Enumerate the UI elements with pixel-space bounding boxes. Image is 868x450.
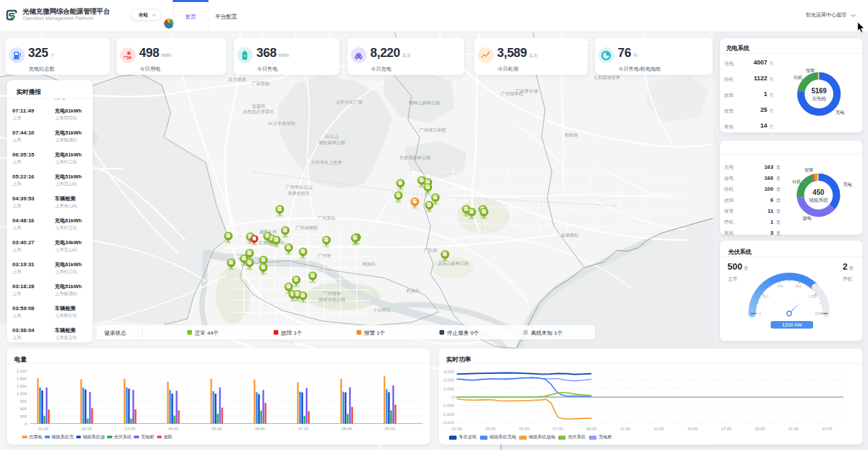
svg-text:300: 300	[20, 414, 27, 418]
svg-text:储能系统: 储能系统	[809, 198, 828, 203]
svg-text:京九铁路: 京九铁路	[228, 77, 247, 82]
svg-text:帽峰山森林公园: 帽峰山森林公园	[409, 100, 440, 106]
svg-text:广九线: 广九线	[424, 248, 437, 252]
svg-text:900: 900	[20, 399, 27, 403]
svg-text:15:00: 15:00	[687, 427, 698, 431]
svg-text:600: 600	[20, 407, 27, 411]
svg-text:长洲岛: 长洲岛	[406, 288, 420, 294]
svg-text:风景名胜区: 风景名胜区	[288, 191, 311, 196]
svg-text:05:00: 05:00	[519, 427, 530, 431]
svg-text:11:00: 11:00	[620, 427, 631, 431]
svg-text:充电枪: 充电枪	[812, 96, 826, 102]
svg-text:待机: 待机	[794, 75, 804, 80]
svg-text:自然生态保育区: 自然生态保育区	[243, 109, 274, 115]
svg-text:广州理工学院: 广州理工学院	[420, 128, 447, 133]
svg-text:大河与水上世界: 大河与水上世界	[311, 160, 342, 165]
svg-text:太和文化广场: 太和文化广场	[336, 99, 363, 105]
svg-text:21:00: 21:00	[788, 427, 799, 431]
svg-text:1,800: 1,800	[16, 377, 27, 381]
svg-text:广州市白云山: 广州市白云山	[286, 185, 313, 190]
svg-text:06:00: 06:00	[255, 427, 266, 431]
svg-text:07:00: 07:00	[553, 427, 564, 431]
svg-text:0: 0	[759, 311, 761, 316]
svg-text:石铁路: 石铁路	[564, 132, 578, 138]
svg-text:龙头山森林公园: 龙头山森林公园	[437, 261, 469, 266]
svg-text:320: 320	[762, 294, 769, 298]
svg-text:报警: 报警	[804, 167, 815, 173]
svg-text:09:00: 09:00	[385, 427, 396, 431]
svg-text:05:00: 05:00	[211, 427, 222, 431]
svg-text:白云山: 白云山	[325, 134, 339, 139]
svg-text:960: 960	[795, 284, 801, 288]
svg-text:1280: 1280	[808, 294, 817, 298]
svg-text:天鹿湖森林公园: 天鹿湖森林公园	[399, 155, 431, 161]
svg-text:640: 640	[777, 284, 783, 288]
svg-text:广石普路: 广石普路	[252, 81, 270, 86]
svg-text:1,200: 1,200	[16, 392, 27, 396]
svg-text:流溪湾: 流溪湾	[252, 104, 265, 109]
svg-text:19:00: 19:00	[755, 427, 766, 431]
svg-text:广州东站: 广州东站	[317, 215, 336, 221]
svg-text:-1,000: -1,000	[442, 403, 455, 407]
svg-text:17:00: 17:00	[721, 427, 732, 431]
svg-text:01:00: 01:00	[38, 427, 49, 431]
svg-text:08:00: 08:00	[341, 427, 352, 431]
svg-text:01:00: 01:00	[452, 427, 463, 431]
svg-text:13:00: 13:00	[653, 427, 664, 431]
svg-text:新塘南站: 新塘南站	[561, 233, 579, 238]
svg-text:03:00: 03:00	[125, 427, 136, 431]
svg-text:3,000: 3,000	[444, 370, 455, 374]
svg-text:0: 0	[452, 395, 455, 399]
svg-text:09:00: 09:00	[586, 427, 597, 431]
svg-text:白云中央湿地: 白云中央湿地	[269, 121, 296, 126]
svg-text:充电: 充电	[843, 182, 853, 187]
svg-text:04:00: 04:00	[168, 427, 179, 431]
svg-text:琶洲岛: 琶洲岛	[362, 261, 376, 267]
svg-text:小谷围岛: 小谷围岛	[373, 307, 391, 313]
svg-text:充电: 充电	[836, 110, 845, 115]
svg-text:0: 0	[25, 422, 27, 426]
svg-text:广州梦享城: 广州梦享城	[516, 88, 538, 94]
svg-text:5169: 5169	[811, 87, 827, 95]
svg-text:-3,000: -3,000	[442, 421, 455, 425]
svg-text:-2,000: -2,000	[442, 412, 455, 416]
svg-text:02:00: 02:00	[82, 427, 93, 431]
svg-text:1,000: 1,000	[444, 387, 455, 391]
svg-text:03:00: 03:00	[485, 427, 496, 431]
svg-text:广州动物园: 广州动物园	[296, 225, 318, 230]
svg-text:国家湿地公园: 国家湿地公园	[319, 297, 346, 302]
svg-text:放电: 放电	[803, 215, 812, 221]
svg-text:2,100: 2,100	[16, 369, 27, 373]
svg-text:广州海珠: 广州海珠	[323, 291, 341, 296]
svg-text:广州塔: 广州塔	[317, 253, 331, 259]
svg-text:1600: 1600	[814, 311, 822, 316]
svg-text:23:00: 23:00	[822, 427, 833, 431]
svg-text:七彩源游世界: 七彩源游世界	[593, 75, 621, 80]
svg-text:07:00: 07:00	[298, 427, 309, 431]
svg-text:1,500: 1,500	[16, 384, 27, 388]
svg-text:待机: 待机	[793, 179, 802, 185]
svg-text:报警: 报警	[806, 68, 816, 73]
svg-text:原始森林公园: 原始森林公园	[319, 140, 346, 145]
svg-text:450: 450	[812, 189, 824, 196]
svg-text:2,000: 2,000	[444, 378, 455, 382]
